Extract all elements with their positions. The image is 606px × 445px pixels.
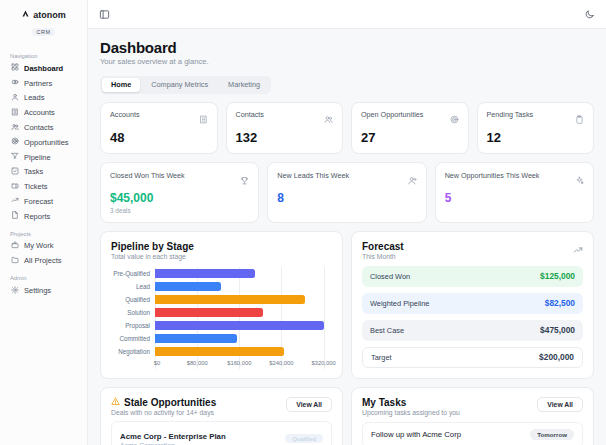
sidebar-item-label: All Projects: [24, 256, 62, 265]
stat-card-contacts: Contacts132: [226, 102, 344, 154]
stale-opportunity-item[interactable]: Acme Corp - Enterprise PlanAcme Corporat…: [111, 421, 332, 445]
stat-label: Open Opportunities: [361, 110, 423, 119]
sidebar-item-leads[interactable]: Leads: [8, 91, 79, 106]
forecast-row-value: $475,000: [540, 325, 575, 335]
stale-opportunities-card: Stale Opportunities Deals with no activi…: [100, 387, 343, 445]
forecast-row-label: Closed Won: [370, 272, 410, 281]
sidebar-item-tasks[interactable]: Tasks: [8, 164, 79, 179]
trending-up-icon: [573, 241, 583, 259]
stale-view-all-button[interactable]: View All: [286, 397, 332, 412]
theme-toggle-icon[interactable]: [584, 9, 595, 20]
sidebar-item-opportunities[interactable]: Opportunities: [8, 135, 79, 150]
sidebar-toggle-icon[interactable]: [99, 9, 110, 20]
highlight-value: 5: [445, 191, 584, 205]
stat-value: 12: [487, 130, 585, 145]
highlights-row: Closed Won This Week$45,0003 dealsNew Le…: [100, 162, 594, 223]
handshake-icon: [11, 78, 19, 88]
forecast-row-label: Best Case: [370, 326, 404, 335]
highlight-label: Closed Won This Week: [110, 171, 185, 180]
target-icon: [450, 110, 459, 128]
chart-bar-qualified: [155, 295, 305, 304]
forecast-card: Forecast This Month Closed Won$125,000We…: [351, 231, 594, 379]
sidebar-item-partners[interactable]: Partners: [8, 76, 79, 91]
stat-card-pending-tasks: Pending Tasks12: [477, 102, 595, 154]
chart-tick-label: $80,000: [187, 360, 208, 366]
highlight-card-new-leads-this-week: New Leads This Week8: [267, 162, 426, 223]
user-icon: [11, 93, 19, 103]
sidebar-item-contacts[interactable]: Contacts: [8, 120, 79, 135]
stage-badge: Qualified: [285, 434, 323, 443]
highlight-card-new-opportunities-this-week: New Opportunities This Week5: [435, 162, 594, 223]
pipeline-subtitle: Total value in each stage: [111, 253, 194, 260]
forecast-row-label: Target: [371, 353, 392, 362]
sidebar-section-label: Admin: [10, 275, 77, 281]
tab-marketing[interactable]: Marketing: [219, 78, 269, 92]
stat-card-open-opportunities: Open Opportunities27: [351, 102, 469, 154]
task-list: Follow up with Acme CorpTomorrowPrepare …: [362, 422, 583, 445]
highlight-value: $45,000: [110, 191, 249, 205]
gear-icon: [11, 286, 19, 296]
chart-bar-solution: [155, 308, 263, 317]
highlight-card-closed-won-this-week: Closed Won This Week$45,0003 deals: [100, 162, 259, 223]
chart-category-label: Proposal: [111, 319, 155, 332]
stat-value: 48: [110, 130, 208, 145]
task-item[interactable]: Follow up with Acme CorpTomorrow: [362, 422, 583, 445]
sidebar-item-pipeline[interactable]: Pipeline: [8, 150, 79, 165]
sidebar-item-label: Contacts: [24, 123, 54, 132]
sidebar-item-settings[interactable]: Settings: [8, 283, 79, 298]
chart-plot-area: $0$80,000$160,000$240,000$320,000: [155, 267, 332, 369]
sidebar-item-accounts[interactable]: Accounts: [8, 105, 79, 120]
sidebar-item-dashboard[interactable]: Dashboard: [8, 61, 79, 76]
task-name: Follow up with Acme Corp: [371, 430, 461, 439]
pipeline-bar-chart: Pre-QualifiedLeadQualifiedSolutionPropos…: [111, 267, 332, 369]
logo[interactable]: atonom CRM: [0, 0, 87, 44]
logo-icon: [21, 9, 30, 20]
sidebar-item-label: Opportunities: [24, 138, 69, 147]
sidebar-section-label: Navigation: [10, 53, 77, 59]
sidebar-section-label: Projects: [10, 231, 77, 237]
tab-bar: HomeCompany MetricsMarketing: [100, 76, 271, 94]
tasks-view-all-button[interactable]: View All: [537, 397, 583, 412]
chart-bar-lead: [155, 282, 221, 291]
sidebar-nav: NavigationDashboardPartnersLeadsAccounts…: [0, 44, 87, 300]
pipeline-title: Pipeline by Stage: [111, 241, 194, 252]
forecast-subtitle: This Month: [362, 253, 404, 260]
sidebar-item-forecast[interactable]: Forecast: [8, 194, 79, 209]
forecast-row-target: Target$200,000: [362, 347, 583, 368]
forecast-row-weighted-pipeline: Weighted Pipeline$82,500: [362, 293, 583, 314]
stale-title: Stale Opportunities: [124, 397, 216, 408]
sidebar-item-label: Accounts: [24, 108, 55, 117]
tab-home[interactable]: Home: [102, 78, 140, 92]
sidebar-item-label: Tasks: [24, 167, 43, 176]
dashboard-content: Dashboard Your sales overview at a glanc…: [88, 29, 606, 445]
chart-category-label: Qualified: [111, 293, 155, 306]
stale-list: Acme Corp - Enterprise PlanAcme Corporat…: [111, 421, 332, 445]
sidebar-item-tickets[interactable]: Tickets: [8, 179, 79, 194]
chart-tick-label: $160,000: [227, 360, 251, 366]
sparkles-icon: [575, 171, 584, 189]
sidebar-item-label: Tickets: [24, 182, 47, 191]
stat-value: 132: [236, 130, 334, 145]
forecast-row-best-case: Best Case$475,000: [362, 320, 583, 341]
forecast-title: Forecast: [362, 241, 404, 252]
sidebar-item-all-projects[interactable]: All Projects: [8, 253, 79, 268]
chart-category-label: Committed: [111, 332, 155, 345]
sidebar-item-label: Forecast: [24, 197, 53, 206]
sidebar-item-label: My Work: [24, 241, 53, 250]
tab-company-metrics[interactable]: Company Metrics: [142, 78, 217, 92]
tasks-title: My Tasks: [362, 397, 460, 408]
forecast-row-value: $82,500: [545, 298, 575, 308]
briefcase-icon: [11, 241, 19, 251]
chart-bar-negotiation: [155, 347, 284, 356]
pipeline-card: Pipeline by Stage Total value in each st…: [100, 231, 343, 379]
stat-label: Contacts: [236, 110, 264, 119]
forecast-row-value: $125,000: [540, 271, 575, 281]
due-badge: Tomorrow: [530, 429, 574, 440]
chart-category-label: Solution: [111, 306, 155, 319]
sidebar-item-reports[interactable]: Reports: [8, 209, 79, 224]
bottom-row: Stale Opportunities Deals with no activi…: [100, 387, 594, 445]
building-icon: [199, 110, 208, 128]
page-subtitle: Your sales overview at a glance.: [100, 57, 594, 66]
stat-label: Accounts: [110, 110, 140, 119]
sidebar-item-my-work[interactable]: My Work: [8, 239, 79, 254]
